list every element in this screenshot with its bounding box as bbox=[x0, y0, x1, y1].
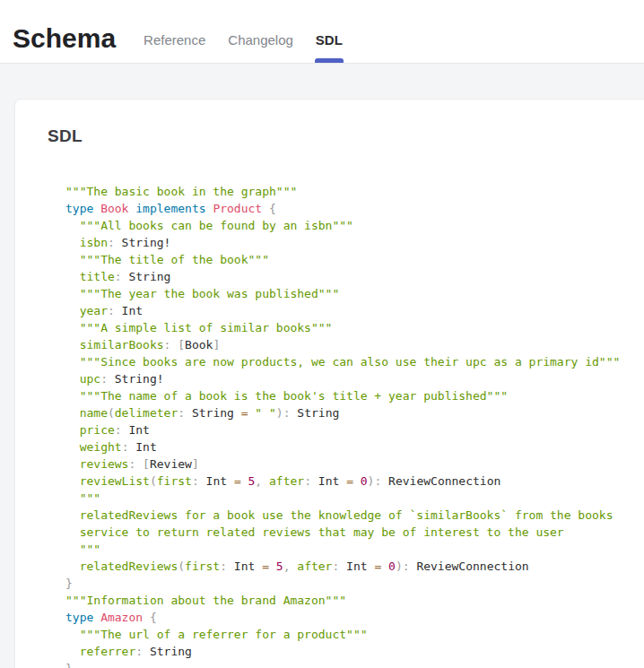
code-line: service to return related reviews that m… bbox=[65, 524, 622, 541]
code-line: } bbox=[65, 575, 622, 592]
code-line: """ bbox=[65, 541, 622, 558]
code-line: year: Int bbox=[65, 302, 622, 319]
code-line: weight: Int bbox=[65, 438, 622, 455]
code-line: """The basic book in the graph""" bbox=[65, 183, 622, 200]
code-line: relatedReviews(first: Int = 5, after: In… bbox=[65, 558, 622, 575]
code-line: """The name of a book is the book's titl… bbox=[65, 387, 622, 404]
tab-sdl[interactable]: SDL bbox=[315, 32, 344, 63]
code-line: } bbox=[65, 660, 622, 668]
tab-bar: ReferenceChangelogSDL bbox=[143, 0, 364, 63]
code-line: relatedReviews for a book use the knowle… bbox=[65, 507, 622, 524]
code-line: type Amazon { bbox=[65, 609, 622, 626]
content-area: SDL """The basic book in the graph"""typ… bbox=[0, 64, 644, 668]
code-line: title: String bbox=[65, 268, 622, 285]
code-line: price: Int bbox=[65, 421, 622, 438]
code-line: similarBooks: [Book] bbox=[65, 336, 622, 353]
page-header: Schema ReferenceChangelogSDL bbox=[0, 0, 644, 64]
code-line: """The title of the book""" bbox=[65, 251, 622, 268]
sdl-card: SDL """The basic book in the graph"""typ… bbox=[14, 99, 644, 668]
tab-reference[interactable]: Reference bbox=[143, 32, 206, 63]
code-line: """Since books are now products, we can … bbox=[65, 353, 622, 370]
sdl-heading: SDL bbox=[48, 126, 622, 146]
code-line: """ bbox=[65, 490, 622, 507]
code-line: upc: String! bbox=[65, 370, 622, 387]
code-line: """The url of a referrer for a product""… bbox=[65, 626, 622, 643]
code-line: """A simple list of similar books""" bbox=[65, 319, 622, 336]
code-line: name(delimeter: String = " "): String bbox=[65, 404, 622, 421]
code-line: referrer: String bbox=[65, 643, 622, 660]
code-line: """Information about the brand Amazon""" bbox=[65, 592, 622, 609]
code-line: isbn: String! bbox=[65, 234, 622, 251]
page-title: Schema bbox=[13, 24, 116, 53]
code-line: type Book implements Product { bbox=[65, 200, 622, 217]
code-line: """All books can be found by an isbn""" bbox=[65, 217, 622, 234]
sdl-code-block: """The basic book in the graph"""type Bo… bbox=[65, 183, 622, 668]
code-line: """The year the book was published""" bbox=[65, 285, 622, 302]
active-tab-indicator bbox=[315, 58, 344, 63]
code-line: reviewList(first: Int = 5, after: Int = … bbox=[65, 473, 622, 490]
tab-changelog[interactable]: Changelog bbox=[227, 32, 294, 63]
code-line: reviews: [Review] bbox=[65, 455, 622, 473]
